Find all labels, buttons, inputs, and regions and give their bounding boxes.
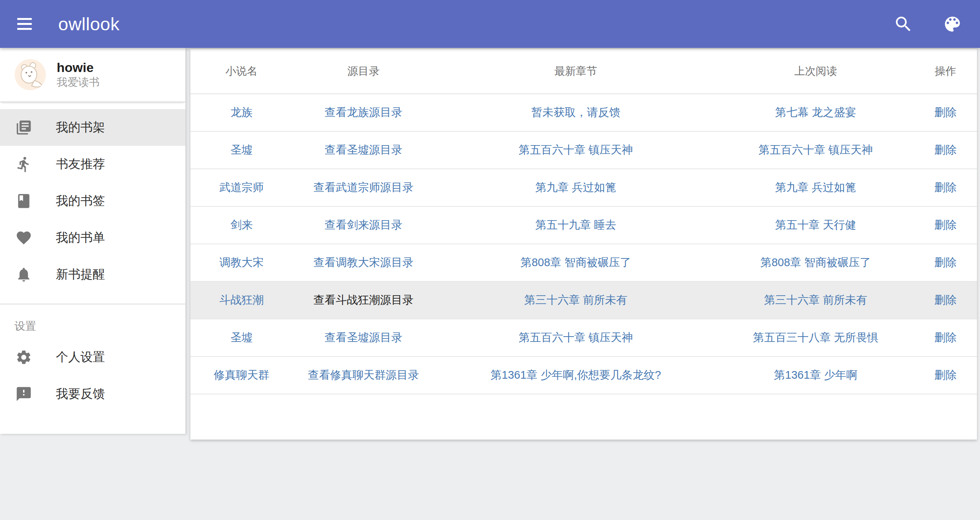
last-read-link[interactable]: 第五百三十八章 无所畏惧 [753, 331, 878, 343]
table-cell: 第五百六十章 镇压天神 [717, 131, 914, 169]
delete-link[interactable]: 删除 [934, 294, 957, 306]
last-read-link[interactable]: 第九章 兵过如篦 [775, 181, 856, 193]
delete-link[interactable]: 删除 [934, 369, 957, 381]
sidebar-item-4[interactable]: 新书提醒 [0, 256, 185, 293]
bookshelf-table: 小说名源目录最新章节上次阅读操作 龙族查看龙族源目录暂未获取，请反馈第七幕 龙之… [190, 49, 977, 394]
sidebar: howie 我爱读书 我的书架书友推荐我的书签我的书单新书提醒 设置 个人设置我… [0, 48, 185, 434]
table-cell: 龙族 [190, 94, 293, 131]
sidebar-item-3[interactable]: 我的书单 [0, 219, 185, 256]
heart-icon [15, 229, 32, 246]
source-catalog-link[interactable]: 查看圣墟源目录 [324, 331, 402, 343]
library-books-icon [15, 119, 32, 136]
bookshelf-card: 小说名源目录最新章节上次阅读操作 龙族查看龙族源目录暂未获取，请反馈第七幕 龙之… [190, 49, 977, 440]
latest-chapter-link[interactable]: 第五百六十章 镇压天神 [519, 144, 633, 156]
column-header: 上次阅读 [717, 49, 914, 94]
latest-chapter-link[interactable]: 暂未获取，请反馈 [531, 106, 620, 118]
latest-chapter-link[interactable]: 第三十六章 前所未有 [524, 294, 627, 306]
avatar [15, 59, 46, 90]
table-header-row: 小说名源目录最新章节上次阅读操作 [190, 49, 977, 94]
table-cell: 斗战狂潮 [190, 281, 293, 319]
last-read-link[interactable]: 第五百六十章 镇压天神 [759, 144, 873, 156]
novel-name-link[interactable]: 剑来 [230, 219, 252, 231]
menu-item-label: 个人设置 [56, 349, 105, 366]
last-read-link[interactable]: 第五十章 天行健 [775, 219, 856, 231]
table-cell: 第九章 兵过如篦 [717, 169, 914, 206]
table-cell: 查看圣墟源目录 [293, 131, 434, 169]
table-cell: 第五百六十章 镇压天神 [434, 319, 717, 356]
latest-chapter-link[interactable]: 第1361章 少年啊,你想要几条龙纹? [491, 369, 661, 381]
table-cell: 第808章 智商被碾压了 [434, 244, 717, 281]
latest-chapter-link[interactable]: 第九章 兵过如篦 [535, 181, 616, 193]
table-cell: 第五十九章 睡去 [434, 206, 717, 244]
latest-chapter-link[interactable]: 第五百六十章 镇压天神 [519, 331, 633, 343]
table-cell: 圣墟 [190, 319, 293, 356]
column-header: 源目录 [293, 49, 434, 94]
source-catalog-link[interactable]: 查看龙族源目录 [324, 106, 402, 118]
table-row: 斗战狂潮查看斗战狂潮源目录第三十六章 前所未有第三十六章 前所未有删除 [190, 281, 977, 319]
table-cell: 删除 [914, 169, 977, 206]
delete-link[interactable]: 删除 [934, 256, 957, 268]
menu-item-label: 我要反馈 [56, 386, 105, 402]
column-header: 操作 [914, 49, 977, 94]
palette-icon[interactable] [939, 10, 966, 38]
table-row: 剑来查看剑来源目录第五十九章 睡去第五十章 天行健删除 [190, 206, 977, 244]
table-cell: 删除 [914, 94, 977, 131]
novel-name-link[interactable]: 斗战狂潮 [219, 294, 264, 306]
delete-link[interactable]: 删除 [934, 331, 957, 343]
bell-icon [15, 266, 32, 283]
sidebar-item-1[interactable]: 书友推荐 [0, 146, 185, 183]
menu-item-label: 我的书架 [56, 119, 105, 136]
table-cell: 第三十六章 前所未有 [434, 281, 717, 319]
source-catalog-link[interactable]: 查看调教大宋源目录 [313, 256, 413, 268]
novel-name-link[interactable]: 修真聊天群 [214, 369, 269, 381]
table-row: 龙族查看龙族源目录暂未获取，请反馈第七幕 龙之盛宴删除 [190, 94, 977, 131]
column-header: 小说名 [190, 49, 293, 94]
sidebar-settings-item-1[interactable]: 我要反馈 [0, 376, 185, 412]
menu-icon[interactable] [6, 6, 43, 43]
sidebar-settings-item-0[interactable]: 个人设置 [0, 339, 185, 376]
column-header: 最新章节 [434, 49, 717, 94]
source-catalog-link[interactable]: 查看修真聊天群源目录 [308, 369, 419, 381]
table-cell: 删除 [914, 244, 977, 281]
sidebar-menu: 我的书架书友推荐我的书签我的书单新书提醒 [0, 102, 185, 298]
table-cell: 暂未获取，请反馈 [434, 94, 717, 131]
table-cell: 查看剑来源目录 [293, 206, 434, 244]
source-catalog-link[interactable]: 查看武道宗师源目录 [313, 181, 413, 193]
novel-name-link[interactable]: 调教大宋 [219, 256, 264, 268]
source-catalog-link[interactable]: 查看剑来源目录 [324, 219, 402, 231]
delete-link[interactable]: 删除 [934, 219, 957, 231]
table-cell: 查看修真聊天群源目录 [293, 356, 434, 394]
table-cell: 调教大宋 [190, 244, 293, 281]
novel-name-link[interactable]: 龙族 [230, 106, 252, 118]
latest-chapter-link[interactable]: 第808章 智商被碾压了 [521, 256, 631, 268]
table-cell: 剑来 [190, 206, 293, 244]
app-title: owllook [58, 13, 120, 34]
source-catalog-link[interactable]: 查看斗战狂潮源目录 [313, 294, 413, 306]
sidebar-item-2[interactable]: 我的书签 [0, 183, 185, 219]
table-cell: 第808章 智商被碾压了 [717, 244, 914, 281]
novel-name-link[interactable]: 武道宗师 [219, 181, 264, 193]
last-read-link[interactable]: 第808章 智商被碾压了 [760, 256, 871, 268]
profile-text: howie 我爱读书 [57, 60, 100, 90]
table-cell: 第五百三十八章 无所畏惧 [717, 319, 914, 356]
appbar-actions [890, 10, 966, 38]
table-cell: 第三十六章 前所未有 [717, 281, 914, 319]
source-catalog-link[interactable]: 查看圣墟源目录 [324, 144, 402, 156]
sidebar-item-0[interactable]: 我的书架 [0, 109, 185, 146]
table-cell: 第九章 兵过如篦 [434, 169, 717, 206]
table-cell: 查看调教大宋源目录 [293, 244, 434, 281]
last-read-link[interactable]: 第七幕 龙之盛宴 [775, 106, 856, 118]
novel-name-link[interactable]: 圣墟 [230, 331, 252, 343]
latest-chapter-link[interactable]: 第五十九章 睡去 [535, 219, 616, 231]
table-cell: 圣墟 [190, 131, 293, 169]
delete-link[interactable]: 删除 [934, 144, 957, 156]
settings-section-label: 设置 [0, 304, 185, 337]
last-read-link[interactable]: 第三十六章 前所未有 [764, 294, 867, 306]
last-read-link[interactable]: 第1361章 少年啊 [774, 369, 857, 381]
delete-link[interactable]: 删除 [934, 106, 957, 118]
novel-name-link[interactable]: 圣墟 [230, 144, 252, 156]
table-cell: 修真聊天群 [190, 356, 293, 394]
search-icon[interactable] [890, 10, 917, 38]
delete-link[interactable]: 删除 [934, 181, 957, 193]
table-cell: 删除 [914, 206, 977, 244]
